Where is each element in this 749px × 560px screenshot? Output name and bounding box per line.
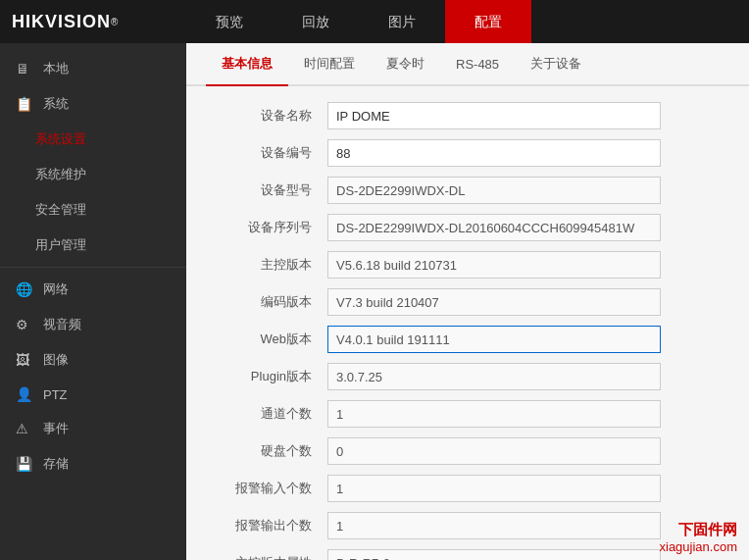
input-channel-count: [327, 400, 661, 428]
field-channel-count: 通道个数: [210, 400, 725, 428]
image-icon: 🖼: [16, 352, 35, 368]
field-alarm-input: 报警输入个数: [210, 475, 725, 502]
label-plugin-version: Plugin版本: [210, 368, 327, 385]
tab-bar: 基本信息 时间配置 夏令时 RS-485 关于设备: [186, 43, 749, 86]
tab-about-device[interactable]: 关于设备: [515, 43, 597, 86]
nav-config[interactable]: 配置: [445, 0, 531, 43]
label-device-name: 设备名称: [210, 107, 327, 125]
field-hdd-count: 硬盘个数: [210, 437, 725, 465]
sidebar: 🖥 本地 📋 系统 系统设置 系统维护 安全管理 用户管理 🌐 网络 ⚙ 视音频: [0, 43, 186, 560]
input-main-version: [327, 251, 661, 279]
input-alarm-input: [327, 475, 661, 502]
field-serial-number: 设备序列号: [210, 214, 725, 241]
logo-reg: ®: [111, 17, 118, 27]
sidebar-item-system[interactable]: 📋 系统: [0, 86, 186, 122]
video-icon: ⚙: [16, 317, 35, 332]
tab-basic-info[interactable]: 基本信息: [206, 43, 288, 86]
label-serial-number: 设备序列号: [210, 219, 327, 236]
label-alarm-input: 报警输入个数: [210, 480, 327, 497]
field-alarm-output: 报警输出个数: [210, 512, 725, 539]
system-icon: 📋: [16, 96, 35, 112]
logo: HIKVISION®: [0, 12, 186, 32]
nav-playback[interactable]: 回放: [273, 0, 359, 43]
label-encode-version: 编码版本: [210, 293, 327, 311]
label-main-version-attr: 主控版本属性: [210, 554, 327, 560]
watermark: 下固件网 xiagujian.com: [660, 521, 738, 554]
label-device-number: 设备编号: [210, 144, 327, 162]
field-web-version: Web版本: [210, 326, 725, 353]
watermark-line2: xiagujian.com: [660, 539, 738, 554]
ptz-icon: 👤: [16, 386, 35, 402]
label-web-version: Web版本: [210, 331, 327, 348]
field-device-number: 设备编号: [210, 139, 725, 167]
field-device-name: 设备名称: [210, 102, 725, 129]
content-area: 基本信息 时间配置 夏令时 RS-485 关于设备 设备名称 设备编号 设备型号…: [186, 43, 749, 560]
label-alarm-output: 报警输出个数: [210, 517, 327, 535]
field-plugin-version: Plugin版本: [210, 363, 725, 390]
input-serial-number: [327, 214, 661, 241]
storage-icon: 💾: [16, 456, 35, 472]
tab-rs485[interactable]: RS-485: [440, 45, 515, 85]
tab-dst[interactable]: 夏令时: [371, 43, 440, 86]
logo-text: HIKVISION: [12, 12, 111, 32]
label-main-version: 主控版本: [210, 256, 327, 274]
input-device-number[interactable]: [327, 139, 661, 167]
watermark-line1: 下固件网: [660, 521, 738, 539]
input-alarm-output: [327, 512, 661, 539]
field-main-version-attr: 主控版本属性: [210, 549, 725, 560]
field-encode-version: 编码版本: [210, 288, 725, 316]
sidebar-item-user-management[interactable]: 用户管理: [0, 228, 186, 263]
input-encode-version: [327, 288, 661, 316]
sidebar-item-image[interactable]: 🖼 图像: [0, 342, 186, 378]
event-icon: ⚠: [16, 421, 35, 436]
local-icon: 🖥: [16, 61, 35, 76]
sidebar-item-system-maintenance[interactable]: 系统维护: [0, 157, 186, 192]
field-main-version: 主控版本: [210, 251, 725, 279]
label-channel-count: 通道个数: [210, 405, 327, 423]
network-icon: 🌐: [16, 281, 35, 297]
sidebar-item-event[interactable]: ⚠ 事件: [0, 411, 186, 446]
sidebar-item-security[interactable]: 安全管理: [0, 192, 186, 228]
top-nav-items: 预览 回放 图片 配置: [186, 0, 749, 43]
label-hdd-count: 硬盘个数: [210, 442, 327, 460]
input-device-model: [327, 177, 661, 204]
sidebar-item-local[interactable]: 🖥 本地: [0, 51, 186, 86]
input-hdd-count: [327, 437, 661, 465]
field-device-model: 设备型号: [210, 177, 725, 204]
sidebar-item-ptz[interactable]: 👤 PTZ: [0, 378, 186, 411]
form-container: 设备名称 设备编号 设备型号 设备序列号 主控版本 编码版本: [186, 86, 749, 560]
input-plugin-version: [327, 363, 661, 390]
nav-picture[interactable]: 图片: [359, 0, 445, 43]
label-device-model: 设备型号: [210, 181, 327, 199]
sidebar-item-network[interactable]: 🌐 网络: [0, 272, 186, 307]
tab-time-config[interactable]: 时间配置: [288, 43, 371, 86]
input-main-version-attr: [327, 549, 661, 560]
nav-preview[interactable]: 预览: [186, 0, 273, 43]
input-device-name[interactable]: [327, 102, 661, 129]
sidebar-item-video-audio[interactable]: ⚙ 视音频: [0, 307, 186, 342]
sidebar-item-system-settings[interactable]: 系统设置: [0, 122, 186, 157]
sidebar-item-storage[interactable]: 💾 存储: [0, 446, 186, 482]
input-web-version: [327, 326, 661, 353]
